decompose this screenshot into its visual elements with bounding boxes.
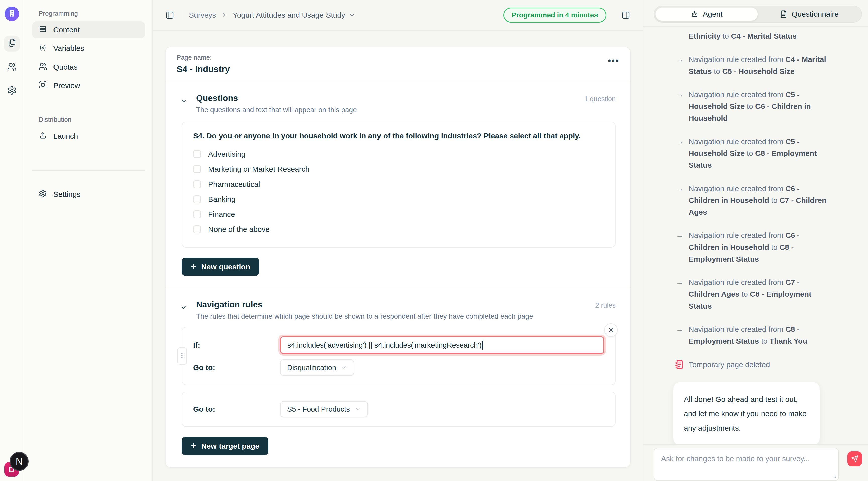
sidebar-item-variables[interactable]: Variables <box>32 40 145 57</box>
option-row: None of the above <box>193 222 604 237</box>
notebook-icon <box>674 359 684 370</box>
gear-icon <box>7 86 17 96</box>
sidebar-group-label-distribution: Distribution <box>32 114 145 128</box>
sidebar-item-label: Content <box>53 26 80 34</box>
chevron-right-icon <box>221 12 227 18</box>
rules-subtitle: The rules that determine which page shou… <box>196 312 533 320</box>
option-label: None of the above <box>208 225 270 234</box>
page-header: Page name: S4 - Industry ••• <box>165 47 630 82</box>
panel-tabs: Agent Questionnaire <box>653 5 862 23</box>
checkbox[interactable] <box>193 165 201 173</box>
users-icon <box>39 62 47 72</box>
questions-section: Questions The questions and text that wi… <box>165 82 630 288</box>
avatar-n-badge[interactable]: N <box>9 452 29 471</box>
questions-title: Questions <box>196 93 357 103</box>
sidebar-item-quotas[interactable]: Quotas <box>32 59 145 75</box>
close-icon[interactable]: ✕ <box>604 323 618 337</box>
new-target-page-button[interactable]: + New target page <box>182 437 269 455</box>
agent-message-list[interactable]: Ethnicity to C4 - Marital Status → Navig… <box>644 27 868 444</box>
option-label: Finance <box>208 210 235 219</box>
arrow-right-icon: → <box>676 229 684 241</box>
robot-icon <box>691 10 699 18</box>
pages-icon <box>7 38 17 49</box>
breadcrumb: Surveys Yogurt Attitudes and Usage Study <box>189 11 355 19</box>
app-root: D N Programming Content Variables <box>0 0 868 481</box>
option-row: Finance <box>193 207 604 222</box>
goto-dropdown[interactable]: Disqualification <box>280 359 354 376</box>
tab-questionnaire[interactable]: Questionnaire <box>758 7 860 21</box>
option-row: Marketing or Market Research <box>193 162 604 177</box>
agent-message: → Navigation rule created from C5 - Hous… <box>676 89 827 124</box>
page-name-label: Page name: <box>177 54 619 62</box>
arrow-right-icon: → <box>676 277 684 288</box>
collapse-rules-button[interactable] <box>178 302 189 313</box>
if-label: If: <box>193 341 280 349</box>
goto-label: Go to: <box>193 405 280 414</box>
gear-icon <box>39 189 47 200</box>
question-card[interactable]: S4. Do you or anyone in your household w… <box>182 122 616 248</box>
page-name: S4 - Industry <box>177 64 619 74</box>
rail-users-button[interactable] <box>4 59 20 75</box>
chevron-down-icon <box>354 406 361 413</box>
rows-icon <box>39 25 47 35</box>
panel-left-toggle-icon[interactable] <box>164 9 175 21</box>
topbar-divider <box>182 10 182 20</box>
chevron-down-icon <box>349 11 355 19</box>
drag-handle-icon[interactable] <box>177 347 187 364</box>
new-question-button[interactable]: + New question <box>182 258 259 276</box>
rail-settings-button[interactable] <box>4 83 20 99</box>
rail-pages-button[interactable] <box>4 36 20 52</box>
main-column: Surveys Yogurt Attitudes and Usage Study… <box>153 0 643 481</box>
building-icon <box>7 9 16 19</box>
preview-icon <box>39 81 47 91</box>
goto-dropdown[interactable]: S5 - Food Products <box>280 401 368 417</box>
checkbox[interactable] <box>193 225 201 233</box>
agent-panel: Agent Questionnaire Ethnicity to C4 - Ma… <box>643 0 868 481</box>
option-row: Advertising <box>193 147 604 162</box>
sidebar-item-label: Settings <box>53 190 81 199</box>
plus-icon: + <box>191 441 196 450</box>
tab-agent[interactable]: Agent <box>655 7 758 21</box>
breadcrumb-current[interactable]: Yogurt Attitudes and Usage Study <box>232 11 355 19</box>
checkbox[interactable] <box>193 180 201 188</box>
rule-card: ✕ If: s4.includes('advertising') || <box>182 327 616 385</box>
sidebar-item-preview[interactable]: Preview <box>32 77 145 94</box>
chat-input[interactable] <box>661 454 831 475</box>
checkbox[interactable] <box>193 195 201 203</box>
option-row: Banking <box>193 192 604 207</box>
sidebar: Programming Content Variables <box>24 0 153 481</box>
questions-subtitle: The questions and text that will appear … <box>196 106 357 114</box>
panel-right-toggle-icon[interactable] <box>620 9 631 21</box>
goto-value: S5 - Food Products <box>287 405 350 414</box>
document-icon <box>780 10 787 18</box>
sidebar-group-label-programming: Programming <box>32 7 145 21</box>
collapse-questions-button[interactable] <box>178 96 189 107</box>
company-logo[interactable] <box>4 6 19 21</box>
sidebar-item-label: Launch <box>53 132 78 140</box>
option-label: Pharmaceutical <box>208 180 260 189</box>
condition-input[interactable]: s4.includes('advertising') || s4.include… <box>280 336 604 354</box>
question-text: S4. Do you or anyone in your household w… <box>193 132 604 140</box>
option-label: Advertising <box>208 150 245 158</box>
option-row: Pharmaceutical <box>193 177 604 192</box>
resize-handle-icon[interactable] <box>831 473 836 479</box>
arrow-right-icon: → <box>676 54 684 65</box>
chevron-down-icon <box>180 98 187 105</box>
sidebar-item-settings[interactable]: Settings <box>32 186 145 203</box>
agent-message: → Navigation rule created from C6 - Chil… <box>676 229 827 265</box>
agent-chat-bubble: All done! Go ahead and test it out, and … <box>673 382 820 444</box>
rule-card: Go to: S5 - Food Products <box>182 392 616 427</box>
sidebar-divider <box>32 170 145 171</box>
sidebar-item-content[interactable]: Content <box>32 21 145 38</box>
checkbox[interactable] <box>193 150 201 158</box>
ellipsis-icon[interactable]: ••• <box>608 56 619 66</box>
main-scroll-area[interactable]: Page name: S4 - Industry ••• Questions T… <box>153 31 643 481</box>
chevron-down-icon <box>180 304 187 311</box>
arrow-right-icon: → <box>676 89 684 100</box>
checkbox[interactable] <box>193 211 201 218</box>
deleted-page-notice: Temporary page deleted <box>676 358 827 370</box>
agent-message: → Navigation rule created from C5 - Hous… <box>676 135 827 171</box>
send-button[interactable] <box>847 451 862 467</box>
sidebar-item-launch[interactable]: Launch <box>32 128 145 145</box>
breadcrumb-surveys[interactable]: Surveys <box>189 11 216 19</box>
